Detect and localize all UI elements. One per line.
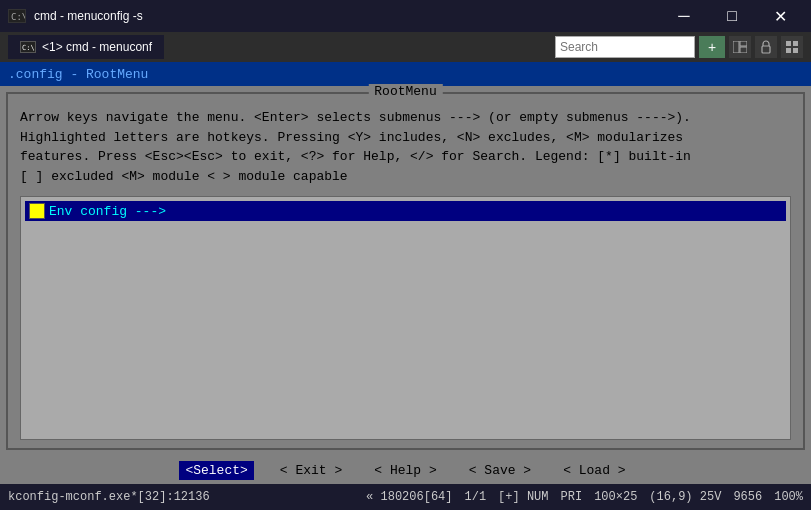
- save-button[interactable]: < Save >: [463, 461, 537, 480]
- status-part-1: « 180206[64]: [366, 490, 452, 504]
- layout-button[interactable]: [729, 36, 751, 58]
- dialog-title: RootMenu: [368, 84, 442, 99]
- svg-text:C:\: C:\: [11, 12, 25, 22]
- info-text-block: Arrow keys navigate the menu. <Enter> se…: [20, 108, 791, 186]
- svg-rect-6: [740, 47, 747, 53]
- breadcrumb-text: .config - RootMenu: [8, 67, 148, 82]
- minimize-button[interactable]: ─: [661, 0, 707, 32]
- menu-item-label: Env config --->: [49, 204, 166, 219]
- svg-rect-7: [762, 46, 770, 53]
- title-bar-controls: ─ □ ✕: [661, 0, 803, 32]
- status-bar: kconfig-mconf.exe*[32]:12136 « 180206[64…: [0, 484, 811, 510]
- tab-cmd-icon: C:\: [20, 41, 36, 53]
- title-bar-title: cmd - menuconfig -s: [34, 9, 143, 23]
- bottom-buttons-bar: <Select> < Exit > < Help > < Save > < Lo…: [0, 456, 811, 484]
- tab-item[interactable]: C:\ <1> cmd - menuconf: [8, 35, 164, 59]
- svg-text:C:\: C:\: [22, 44, 35, 52]
- status-part-6: (16,9) 25V: [649, 490, 721, 504]
- status-part-5: 100×25: [594, 490, 637, 504]
- title-bar-left: C:\ cmd - menuconfig -s: [8, 9, 143, 23]
- menu-item[interactable]: Env config --->: [25, 201, 786, 221]
- status-part-2: 1/1: [465, 490, 487, 504]
- search-input[interactable]: [555, 36, 695, 58]
- status-part-7: 9656: [733, 490, 762, 504]
- status-left: kconfig-mconf.exe*[32]:12136: [8, 490, 210, 504]
- terminal-area: RootMenu Arrow keys navigate the menu. <…: [0, 86, 811, 456]
- svg-rect-10: [786, 48, 791, 53]
- info-line-2: Highlighted letters are hotkeys. Pressin…: [20, 128, 791, 148]
- grid-button[interactable]: [781, 36, 803, 58]
- breadcrumb-bar: .config - RootMenu: [0, 62, 811, 86]
- svg-rect-5: [740, 41, 747, 46]
- add-tab-button[interactable]: +: [699, 36, 725, 58]
- info-line-1: Arrow keys navigate the menu. <Enter> se…: [20, 108, 791, 128]
- dialog-content: Arrow keys navigate the menu. <Enter> se…: [8, 94, 803, 448]
- status-part-3: [+] NUM: [498, 490, 548, 504]
- status-part-8: 100%: [774, 490, 803, 504]
- tab-label: <1> cmd - menuconf: [42, 40, 152, 54]
- maximize-button[interactable]: □: [709, 0, 755, 32]
- menu-item-indicator: [29, 203, 45, 219]
- select-button[interactable]: <Select>: [179, 461, 253, 480]
- menu-area: Env config --->: [20, 196, 791, 440]
- status-right: « 180206[64] 1/1 [+] NUM PRI 100×25 (16,…: [366, 490, 803, 504]
- tab-search-area: +: [555, 36, 803, 58]
- close-button[interactable]: ✕: [757, 0, 803, 32]
- svg-rect-4: [733, 41, 739, 53]
- help-button[interactable]: < Help >: [368, 461, 442, 480]
- lock-button[interactable]: [755, 36, 777, 58]
- info-line-3: features. Press <Esc><Esc> to exit, <?> …: [20, 147, 791, 167]
- info-line-4: [ ] excluded <M> module < > module capab…: [20, 167, 791, 187]
- dialog-box: RootMenu Arrow keys navigate the menu. <…: [6, 92, 805, 450]
- load-button[interactable]: < Load >: [557, 461, 631, 480]
- svg-rect-11: [793, 48, 798, 53]
- svg-rect-9: [793, 41, 798, 46]
- title-bar: C:\ cmd - menuconfig -s ─ □ ✕: [0, 0, 811, 32]
- tab-bar: C:\ <1> cmd - menuconf +: [0, 32, 811, 62]
- title-bar-app-icon: C:\: [8, 9, 26, 23]
- exit-button[interactable]: < Exit >: [274, 461, 348, 480]
- svg-rect-8: [786, 41, 791, 46]
- status-part-4: PRI: [561, 490, 583, 504]
